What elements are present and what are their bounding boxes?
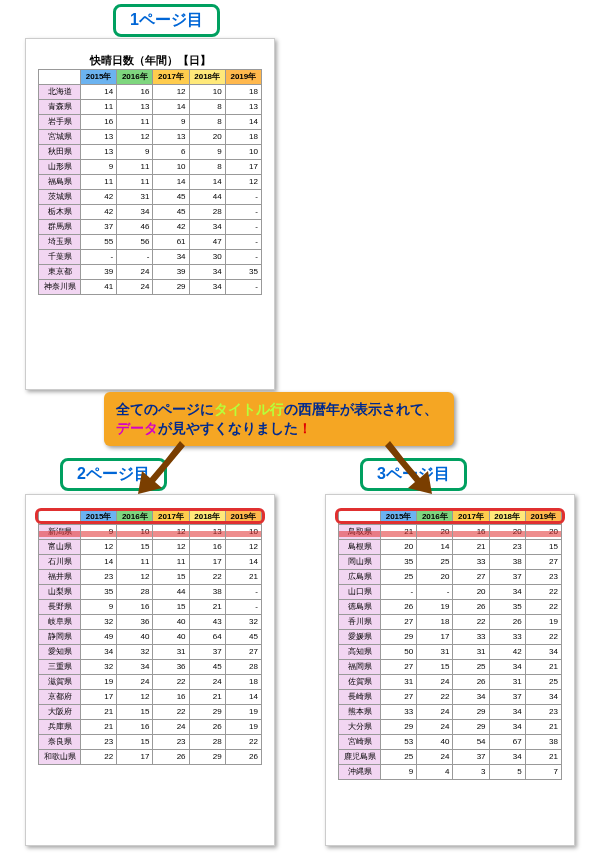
data-table-1: 2015年2016年2017年2018年2019年北海道1416121018青森… (38, 69, 262, 295)
table-row: 北海道1416121018 (39, 85, 262, 100)
table-row: 富山県1215121612 (39, 540, 262, 555)
data-table-2: 2015年2016年2017年2018年2019年新潟県910121310富山県… (38, 509, 262, 765)
table-row: 大分県2924293421 (339, 720, 562, 735)
table-row: 沖縄県94357 (339, 765, 562, 780)
table-row: 和歌山県2217262926 (39, 750, 262, 765)
page-3: 2015年2016年2017年2018年2019年鳥取県2120162020島根… (325, 494, 575, 846)
table-row: 広島県2520273723 (339, 570, 562, 585)
table-row: 山口県--203422 (339, 585, 562, 600)
page-badge-1: 1ページ目 (113, 4, 220, 37)
table-row: 東京都3924393435 (39, 265, 262, 280)
table-row: 秋田県1396910 (39, 145, 262, 160)
table-row: 新潟県910121310 (39, 525, 262, 540)
table-row: 徳島県2619263522 (339, 600, 562, 615)
table-row: 熊本県3324293423 (339, 705, 562, 720)
table-row: 鳥取県2120162020 (339, 525, 562, 540)
page-badge-2: 2ページ目 (60, 458, 167, 491)
table-row: 滋賀県1924222418 (39, 675, 262, 690)
page-1: 快晴日数（年間）【日】 2015年2016年2017年2018年2019年北海道… (25, 38, 275, 390)
table-row: 山形県91110817 (39, 160, 262, 175)
table-row: 岐阜県3236404332 (39, 615, 262, 630)
table-row: 青森県111314813 (39, 100, 262, 115)
table-row: 長崎県2722343734 (339, 690, 562, 705)
table-row: 愛知県3432313727 (39, 645, 262, 660)
page-2: 2015年2016年2017年2018年2019年新潟県910121310富山県… (25, 494, 275, 846)
table-row: 宮城県1312132018 (39, 130, 262, 145)
table-row: 岡山県3525333827 (339, 555, 562, 570)
table-title: 快晴日数（年間）【日】 (38, 53, 262, 68)
table-row: 福岡県2715253421 (339, 660, 562, 675)
table-row: 宮崎県5340546738 (339, 735, 562, 750)
table-row: 愛媛県2917333322 (339, 630, 562, 645)
table-row: 埼玉県55566147- (39, 235, 262, 250)
table-row: 京都府1712162114 (39, 690, 262, 705)
table-row: 鹿児島県2524373421 (339, 750, 562, 765)
table-row: 三重県3234364528 (39, 660, 262, 675)
table-row: 奈良県2315232822 (39, 735, 262, 750)
table-row: 静岡県4940406445 (39, 630, 262, 645)
table-row: 岩手県16119814 (39, 115, 262, 130)
table-row: 福島県1111141412 (39, 175, 262, 190)
table-row: 茨城県42314544- (39, 190, 262, 205)
table-row: 長野県9161521- (39, 600, 262, 615)
table-row: 香川県2718222619 (339, 615, 562, 630)
table-row: 山梨県35284438- (39, 585, 262, 600)
table-row: 福井県2312152221 (39, 570, 262, 585)
table-row: 群馬県37464234- (39, 220, 262, 235)
data-table-3: 2015年2016年2017年2018年2019年鳥取県2120162020島根… (338, 509, 562, 780)
table-row: 神奈川県41242934- (39, 280, 262, 295)
table-row: 高知県5031314234 (339, 645, 562, 660)
table-row: 栃木県42344528- (39, 205, 262, 220)
table-row: 大阪府2115222919 (39, 705, 262, 720)
table-row: 石川県1411111714 (39, 555, 262, 570)
table-row: 兵庫県2116242619 (39, 720, 262, 735)
page-badge-3: 3ページ目 (360, 458, 467, 491)
table-row: 島根県2014212315 (339, 540, 562, 555)
table-row: 佐賀県3124263125 (339, 675, 562, 690)
table-row: 千葉県--3430- (39, 250, 262, 265)
callout: 全てのページにタイトル行の西暦年が表示されて、 データが見やすくなりました！ (104, 392, 454, 446)
